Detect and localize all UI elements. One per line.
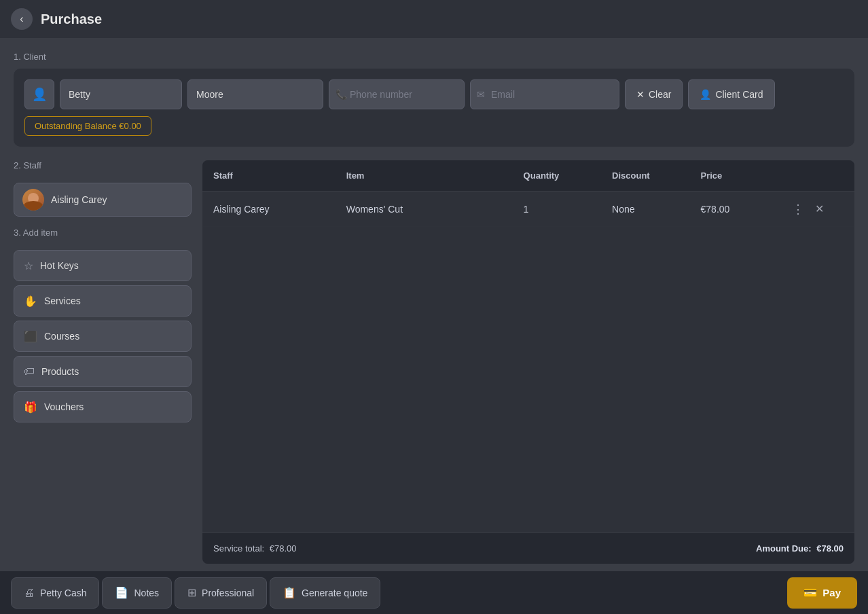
- row-more-button[interactable]: ⋮: [789, 199, 807, 219]
- hot-keys-button[interactable]: ☆ Hot Keys: [14, 250, 192, 281]
- phone-icon: 📞: [336, 89, 347, 100]
- grid-icon: ⊞: [187, 586, 196, 599]
- x-icon: ✕: [636, 89, 645, 100]
- row-price: €78.00: [701, 204, 789, 215]
- staff-avatar: [22, 189, 44, 211]
- back-button[interactable]: ‹: [11, 8, 33, 30]
- right-panel: Staff Item Quantity Discount Price Aisli…: [202, 160, 854, 564]
- staff-section-label: 2. Staff: [14, 160, 192, 170]
- row-item: Womens' Cut: [346, 204, 524, 215]
- main-content: 1. Client 👤 📞 ✉ ✕ Clear: [0, 38, 868, 571]
- courses-button[interactable]: ⬛ Courses: [14, 321, 192, 352]
- card-icon: 👤: [700, 89, 711, 100]
- email-field-wrapper: ✉: [470, 79, 619, 109]
- amount-due: Amount Due: €78.00: [756, 543, 844, 554]
- pay-icon: 💳: [803, 586, 817, 599]
- table-row: Aisling Carey Womens' Cut 1 None €78.00 …: [202, 192, 854, 227]
- staff-items-row: 2. Staff Aisling Carey 3. Add item ☆ Hot…: [14, 160, 854, 564]
- pay-button[interactable]: 💳 Pay: [787, 577, 857, 609]
- vouchers-button[interactable]: 🎁 Vouchers: [14, 391, 192, 422]
- row-remove-button[interactable]: ✕: [812, 200, 827, 218]
- email-input[interactable]: [470, 79, 619, 109]
- clipboard-icon: 📋: [283, 586, 296, 599]
- tag-icon: 🏷: [24, 365, 35, 378]
- col-price: Price: [701, 170, 789, 181]
- client-card-button[interactable]: 👤 Client Card: [688, 79, 774, 109]
- table-footer: Service total: €78.00 Amount Due: €78.00: [202, 532, 854, 564]
- bottom-bar: 🖨 Petty Cash 📄 Notes ⊞ Professional 📋 Ge…: [0, 571, 868, 614]
- first-name-input[interactable]: [60, 79, 182, 109]
- staff-selector-button[interactable]: Aisling Carey: [14, 183, 192, 217]
- left-panel: 2. Staff Aisling Carey 3. Add item ☆ Hot…: [14, 160, 192, 564]
- star-icon: ☆: [24, 259, 33, 272]
- courses-icon: ⬛: [24, 330, 37, 343]
- row-discount: None: [612, 204, 700, 215]
- row-actions: ⋮ ✕: [789, 199, 844, 219]
- client-icon-button[interactable]: 👤: [24, 79, 54, 109]
- phone-input[interactable]: [329, 79, 465, 109]
- bottom-bar-left: 🖨 Petty Cash 📄 Notes ⊞ Professional 📋 Ge…: [11, 577, 787, 609]
- header: ‹ Purchase: [0, 0, 868, 38]
- add-item-buttons: ☆ Hot Keys ✋ Services ⬛ Courses 🏷 Produc…: [14, 250, 192, 422]
- gift-icon: 🎁: [24, 401, 37, 414]
- client-section-label: 1. Client: [14, 52, 854, 62]
- purchase-table: Staff Item Quantity Discount Price Aisli…: [202, 160, 854, 564]
- client-section: 1. Client 👤 📞 ✉ ✕ Clear: [14, 52, 854, 147]
- petty-cash-button[interactable]: 🖨 Petty Cash: [11, 577, 99, 609]
- notes-button[interactable]: 📄 Notes: [102, 577, 172, 609]
- printer-icon: 🖨: [24, 587, 35, 599]
- phone-field-wrapper: 📞: [329, 79, 465, 109]
- staff-name: Aisling Carey: [51, 194, 107, 205]
- last-name-input[interactable]: [187, 79, 323, 109]
- add-item-section-label: 3. Add item: [14, 228, 192, 238]
- row-staff: Aisling Carey: [213, 204, 346, 215]
- email-icon: ✉: [477, 89, 485, 100]
- products-button[interactable]: 🏷 Products: [14, 356, 192, 387]
- col-staff: Staff: [213, 170, 346, 181]
- services-button[interactable]: ✋ Services: [14, 285, 192, 317]
- hand-icon: ✋: [24, 295, 37, 308]
- col-discount: Discount: [612, 170, 700, 181]
- col-item: Item: [346, 170, 524, 181]
- generate-quote-button[interactable]: 📋 Generate quote: [270, 577, 380, 609]
- page-title: Purchase: [41, 12, 102, 27]
- col-quantity: Quantity: [524, 170, 612, 181]
- person-icon: 👤: [32, 87, 47, 102]
- clear-button[interactable]: ✕ Clear: [625, 79, 683, 109]
- table-body: Aisling Carey Womens' Cut 1 None €78.00 …: [202, 192, 854, 532]
- avatar-image: [22, 189, 44, 211]
- table-header: Staff Item Quantity Discount Price: [202, 160, 854, 192]
- outstanding-balance-button[interactable]: Outstanding Balance €0.00: [24, 116, 151, 136]
- document-icon: 📄: [115, 586, 128, 599]
- professional-button[interactable]: ⊞ Professional: [175, 577, 267, 609]
- service-total: Service total: €78.00: [213, 543, 297, 554]
- row-quantity: 1: [524, 204, 612, 215]
